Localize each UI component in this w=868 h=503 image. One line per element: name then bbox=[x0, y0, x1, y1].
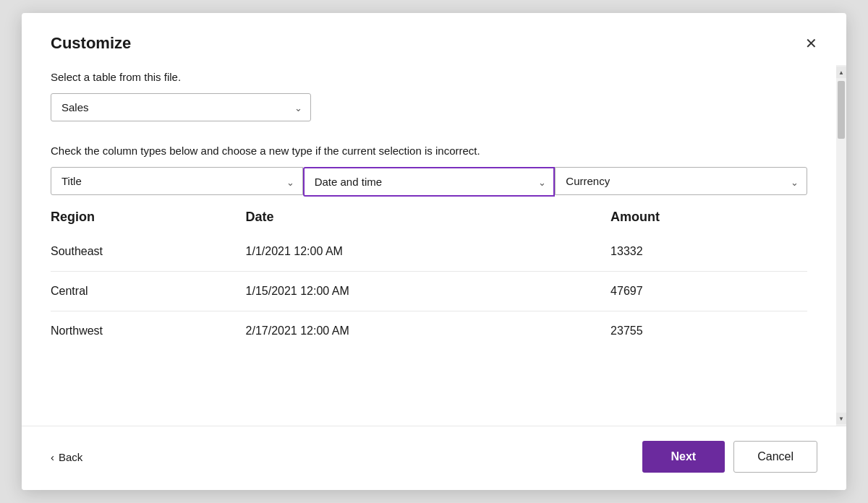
scrollbar-thumb[interactable] bbox=[838, 81, 845, 139]
scrollbar-up-btn[interactable]: ▲ bbox=[836, 66, 846, 78]
table-cell: 1/1/2021 12:00 AM bbox=[234, 232, 600, 272]
table-cell: Central bbox=[51, 272, 234, 311]
col3-select-wrapper: Title Text Number Date and time Currency… bbox=[555, 167, 807, 197]
dialog-header: Customize ✕ bbox=[22, 13, 846, 65]
scrollbar-track[interactable]: ▲ ▼ bbox=[836, 65, 846, 426]
scrollbar-down-btn[interactable]: ▼ bbox=[836, 413, 846, 424]
section2-label: Check the column types below and choose … bbox=[51, 145, 807, 157]
customize-dialog: Customize ✕ Select a table from this fil… bbox=[22, 13, 846, 490]
col-header-amount: Amount bbox=[599, 197, 807, 232]
col1-type-select[interactable]: Title Text Number Date and time Currency… bbox=[51, 167, 303, 195]
footer-right-buttons: Next Cancel bbox=[642, 441, 818, 473]
dialog-body-area: Select a table from this file. Sales Ord… bbox=[22, 65, 846, 426]
col2-type-select[interactable]: Title Text Number Date and time Currency… bbox=[303, 167, 556, 197]
data-table: Region Date Amount Southeast1/1/2021 12:… bbox=[51, 197, 807, 351]
col1-select-wrapper: Title Text Number Date and time Currency… bbox=[51, 167, 303, 197]
col3-type-select[interactable]: Title Text Number Date and time Currency… bbox=[555, 167, 807, 195]
table-select-wrapper: Sales Orders Products ⌄ bbox=[51, 93, 311, 121]
table-cell: 1/15/2021 12:00 AM bbox=[234, 272, 600, 311]
table-select[interactable]: Sales Orders Products bbox=[51, 93, 311, 121]
dialog-title: Customize bbox=[51, 34, 131, 53]
next-button[interactable]: Next bbox=[642, 441, 726, 473]
col-header-region: Region bbox=[51, 197, 234, 232]
column-dropdowns: Title Text Number Date and time Currency… bbox=[51, 167, 807, 197]
col2-select-wrapper: Title Text Number Date and time Currency… bbox=[303, 167, 556, 197]
section1-label: Select a table from this file. bbox=[51, 71, 807, 83]
table-cell: 2/17/2021 12:00 AM bbox=[234, 311, 600, 351]
table-cell: Northwest bbox=[51, 311, 234, 351]
table-row: Central1/15/2021 12:00 AM47697 bbox=[51, 272, 807, 311]
table-cell: 23755 bbox=[599, 311, 807, 351]
back-label: Back bbox=[59, 451, 82, 463]
back-button[interactable]: ‹ Back bbox=[51, 451, 82, 463]
close-button[interactable]: ✕ bbox=[799, 33, 823, 53]
table-row: Northwest2/17/2021 12:00 AM23755 bbox=[51, 311, 807, 351]
table-row: Southeast1/1/2021 12:00 AM13332 bbox=[51, 232, 807, 272]
col-header-date: Date bbox=[234, 197, 600, 232]
back-chevron-icon: ‹ bbox=[51, 451, 54, 463]
table-cell: Southeast bbox=[51, 232, 234, 272]
dialog-footer: ‹ Back Next Cancel bbox=[22, 426, 846, 490]
table-cell: 47697 bbox=[599, 272, 807, 311]
cancel-button[interactable]: Cancel bbox=[733, 441, 817, 473]
table-cell: 13332 bbox=[599, 232, 807, 272]
content-area: Select a table from this file. Sales Ord… bbox=[22, 65, 836, 426]
